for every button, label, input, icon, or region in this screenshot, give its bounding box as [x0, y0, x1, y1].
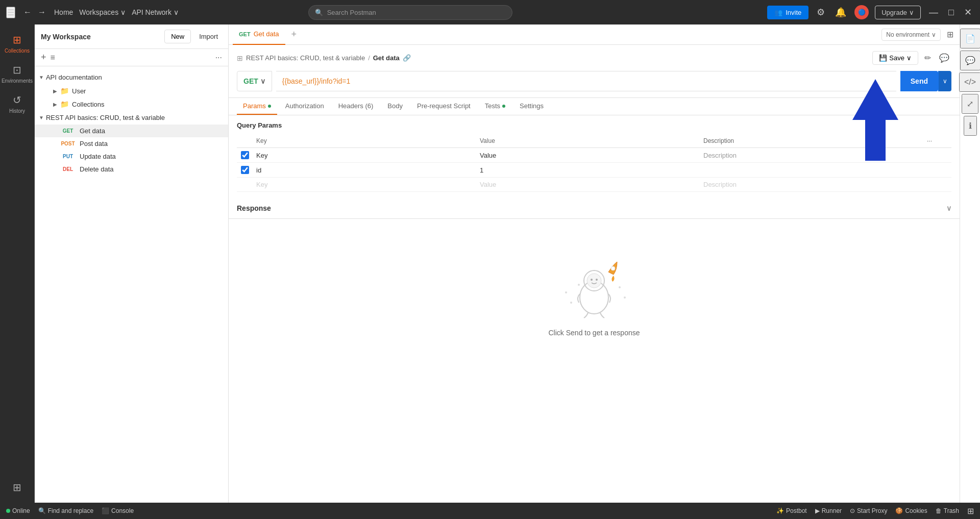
- tree-item-get-data[interactable]: GET Get data: [35, 125, 228, 137]
- environments-icon: ⊡: [13, 64, 21, 76]
- svg-point-5: [611, 266, 615, 270]
- chevron-right-icon: ▶: [53, 102, 57, 107]
- tree-item-collections-folder[interactable]: ▶ 📁 Collections: [35, 97, 228, 111]
- param-key-id: id: [256, 166, 480, 174]
- param-value-id: 1: [480, 166, 703, 174]
- sort-button[interactable]: ≡: [51, 53, 55, 62]
- params-table: Key Value Description ··· Key Value Desc…: [237, 134, 951, 192]
- send-dropdown-button[interactable]: ∨: [938, 71, 951, 91]
- find-replace-icon: 🔍: [38, 507, 46, 514]
- right-panel-info-button[interactable]: ℹ: [964, 116, 977, 136]
- close-button[interactable]: ✕: [962, 5, 974, 20]
- history-icon: ↺: [13, 94, 21, 106]
- tree-section-rest-api[interactable]: ▼ REST API basics: CRUD, test & variable: [35, 111, 228, 125]
- hamburger-menu[interactable]: ☰: [6, 7, 15, 18]
- comment-button[interactable]: 💬: [937, 51, 951, 65]
- req-tab-body[interactable]: Body: [381, 98, 409, 115]
- settings-button[interactable]: ⚙: [815, 5, 827, 20]
- tree-section-api-doc[interactable]: ▼ API documentation: [35, 70, 228, 84]
- more-options-button[interactable]: ···: [215, 53, 222, 62]
- chevron-down-icon: ▼: [39, 115, 44, 120]
- method-select[interactable]: GET ∨: [237, 71, 272, 91]
- req-tab-headers[interactable]: Headers (6): [332, 98, 380, 115]
- collapse-response-button[interactable]: ∨: [946, 204, 951, 212]
- search-icon: 🔍: [315, 9, 323, 16]
- params-row-empty: Key Value Description: [237, 178, 951, 192]
- find-replace-button[interactable]: 🔍 Find and replace: [38, 507, 93, 514]
- home-link[interactable]: Home: [54, 8, 73, 16]
- header-checkbox[interactable]: [241, 151, 249, 159]
- tree-item-post-data[interactable]: POST Post data: [35, 137, 228, 150]
- back-button[interactable]: ←: [21, 6, 34, 19]
- save-button[interactable]: 💾 Save ∨: [872, 51, 918, 65]
- method-badge-post: POST: [59, 141, 77, 146]
- cookies-button[interactable]: 🍪 Cookies: [895, 507, 927, 514]
- method-badge-put: PUT: [59, 154, 77, 159]
- import-button[interactable]: Import: [195, 30, 222, 43]
- env-selector[interactable]: No environment ∨: [881, 29, 941, 41]
- req-tab-authorization[interactable]: Authorization: [279, 98, 330, 115]
- right-panel-docs-button[interactable]: 📄: [960, 29, 981, 48]
- add-tab-button[interactable]: +: [285, 29, 303, 40]
- sidebar-item-collections[interactable]: ⊞ Collections: [2, 29, 33, 59]
- trash-button[interactable]: 🗑 Trash: [936, 507, 959, 514]
- start-proxy-button[interactable]: ⊙ Start Proxy: [850, 507, 887, 514]
- workspaces-button[interactable]: Workspaces ∨: [79, 8, 126, 16]
- chevron-down-icon: ∨: [174, 8, 179, 16]
- console-button[interactable]: ⬛ Console: [102, 507, 134, 514]
- sidebar-item-history[interactable]: ↺ History: [2, 89, 33, 119]
- postbot-button[interactable]: ✨ Postbot: [776, 507, 807, 514]
- new-button[interactable]: New: [164, 30, 191, 43]
- id-checkbox[interactable]: [241, 166, 249, 174]
- svg-point-2: [587, 274, 601, 288]
- search-bar[interactable]: 🔍 Search Postman: [308, 5, 512, 20]
- layout-icon[interactable]: ⊞: [945, 28, 955, 41]
- notifications-button[interactable]: 🔔: [833, 5, 848, 20]
- minimize-button[interactable]: —: [927, 5, 940, 20]
- chevron-down-icon: ▼: [39, 75, 44, 80]
- send-button[interactable]: Send: [900, 71, 938, 91]
- layout-toggle-button[interactable]: ⊞: [967, 506, 974, 516]
- avatar[interactable]: 🔵: [854, 5, 869, 19]
- sidebar-item-environments[interactable]: ⊡ Environments: [2, 59, 33, 89]
- edit-button[interactable]: ✏: [922, 51, 933, 65]
- url-input[interactable]: [276, 71, 896, 91]
- upgrade-button[interactable]: Upgrade ∨: [875, 6, 921, 19]
- tree-item-put-data[interactable]: PUT Update data: [35, 150, 228, 163]
- api-network-button[interactable]: API Network ∨: [132, 8, 179, 16]
- add-collection-button[interactable]: +: [41, 52, 46, 63]
- params-dot: [268, 105, 271, 108]
- req-tab-settings[interactable]: Settings: [513, 98, 550, 115]
- content-area: GET Get data + No environment ∨ ⊞ ⊞ REST…: [229, 24, 960, 503]
- right-sidebar: 📄 💬 </> ⤢ ℹ: [960, 24, 980, 503]
- req-tab-params[interactable]: Params: [237, 98, 277, 115]
- tab-get-data[interactable]: GET Get data: [233, 24, 285, 45]
- status-bar: Online 🔍 Find and replace ⬛ Console ✨ Po…: [0, 503, 980, 519]
- maximize-button[interactable]: □: [946, 5, 956, 20]
- req-tab-pre-request[interactable]: Pre-request Script: [411, 98, 477, 115]
- tree-item-del-data[interactable]: DEL Delete data: [35, 163, 228, 176]
- chevron-down-icon: ∨: [909, 9, 914, 16]
- main-layout: ⊞ Collections ⊡ Environments ↺ History ⊞…: [0, 24, 980, 503]
- breadcrumb: ⊞ REST API basics: CRUD, test & variable…: [237, 51, 951, 65]
- astronaut-illustration: [553, 254, 635, 320]
- right-panel-comments-button[interactable]: 💬: [960, 51, 981, 70]
- sidebar-item-flows[interactable]: ⊞: [2, 476, 33, 499]
- invite-button[interactable]: 👥 Invite: [767, 6, 808, 19]
- trash-icon: 🗑: [936, 507, 942, 514]
- tab-bar: GET Get data + No environment ∨ ⊞: [229, 24, 960, 45]
- online-dot: [6, 509, 10, 513]
- runner-button[interactable]: ▶ Runner: [815, 507, 842, 514]
- right-panel-resize-button[interactable]: ⤢: [962, 94, 978, 114]
- forward-button[interactable]: →: [36, 6, 48, 19]
- sidebar-tree: ▼ API documentation ▶ 📁 User ▶ 📁 Collect…: [35, 66, 228, 503]
- method-badge-del: DEL: [59, 166, 77, 172]
- tree-item-user[interactable]: ▶ 📁 User: [35, 84, 228, 97]
- req-tab-tests[interactable]: Tests: [479, 98, 511, 115]
- svg-point-8: [619, 286, 621, 288]
- proxy-icon: ⊙: [850, 507, 855, 514]
- svg-point-7: [565, 291, 567, 293]
- svg-point-6: [578, 284, 580, 286]
- right-panel-code-button[interactable]: </>: [959, 72, 980, 92]
- online-status[interactable]: Online: [6, 507, 30, 514]
